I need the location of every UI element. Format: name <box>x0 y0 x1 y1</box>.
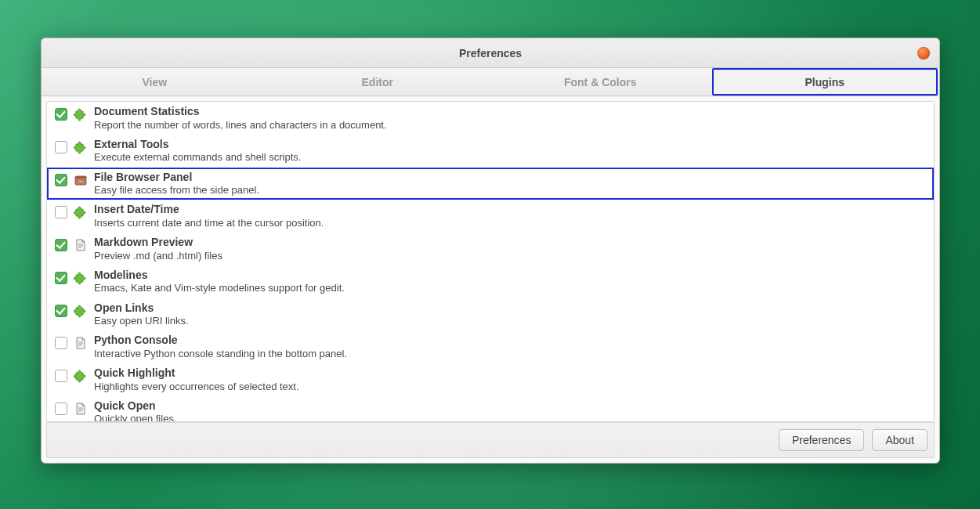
plugin-name: Quick Highlight <box>94 366 299 381</box>
plugin-pane: Document StatisticsReport the number of … <box>46 101 935 422</box>
puzzle-icon <box>74 107 88 121</box>
tab-label: View <box>142 76 167 88</box>
plugin-description: Inserts current date and time at the cur… <box>94 217 324 229</box>
plugin-text: Markdown PreviewPreview .md (and .html) … <box>94 236 222 262</box>
plugin-description: Report the number of words, lines and ch… <box>94 119 387 132</box>
plugin-description: Preview .md (and .html) files <box>94 250 222 262</box>
plugin-about-button[interactable]: About <box>872 429 928 451</box>
tab-bar: ViewEditorFont & ColorsPlugins <box>42 68 939 96</box>
plugin-name: Insert Date/Time <box>94 203 324 217</box>
plugin-description: Quickly open files. <box>94 413 177 421</box>
plugin-text: ModelinesEmacs, Kate and Vim-style model… <box>94 269 345 295</box>
plugin-text: Insert Date/TimeInserts current date and… <box>94 203 324 229</box>
document-icon <box>74 402 88 416</box>
document-icon <box>74 238 88 252</box>
svg-rect-1 <box>75 176 86 179</box>
plugin-text: Quick HighlightHighlights every occurren… <box>94 366 299 393</box>
plugin-name: Document Statistics <box>94 105 387 119</box>
plugin-row[interactable]: File Browser PanelEasy file access from … <box>47 168 934 200</box>
plugin-checkbox[interactable] <box>55 206 67 218</box>
plugin-name: Quick Open <box>94 399 177 413</box>
plugin-text: Document StatisticsReport the number of … <box>94 105 387 132</box>
plugin-row[interactable]: Markdown PreviewPreview .md (and .html) … <box>47 233 934 265</box>
window-title: Preferences <box>459 47 522 60</box>
plugin-row[interactable]: Document StatisticsReport the number of … <box>47 102 934 135</box>
document-icon <box>74 336 88 350</box>
puzzle-icon <box>74 140 88 154</box>
puzzle-icon <box>74 271 88 285</box>
plugin-name: Markdown Preview <box>94 236 222 250</box>
tab-view[interactable]: View <box>43 68 266 96</box>
plugin-row[interactable]: ModelinesEmacs, Kate and Vim-style model… <box>47 265 934 298</box>
plugin-text: Quick OpenQuickly open files. <box>94 399 177 421</box>
tab-plugins[interactable]: Plugins <box>712 68 938 96</box>
close-icon[interactable] <box>917 47 930 60</box>
plugin-description: Emacs, Kate and Vim-style modelines supp… <box>94 282 345 294</box>
content-area: Document StatisticsReport the number of … <box>42 96 939 463</box>
titlebar: Preferences <box>42 38 939 68</box>
plugin-row[interactable]: Insert Date/TimeInserts current date and… <box>47 200 934 233</box>
plugin-preferences-button[interactable]: Preferences <box>779 429 864 451</box>
puzzle-icon <box>74 369 88 383</box>
plugin-name: Open Links <box>94 301 189 316</box>
plugin-checkbox[interactable] <box>55 337 67 349</box>
plugin-checkbox[interactable] <box>55 272 67 284</box>
plugin-text: External ToolsExecute external commands … <box>94 138 301 164</box>
plugin-text: Python ConsoleInteractive Python console… <box>94 334 347 360</box>
puzzle-icon <box>74 205 88 219</box>
button-bar: Preferences About <box>46 422 935 458</box>
plugin-list[interactable]: Document StatisticsReport the number of … <box>47 102 934 421</box>
plugin-row[interactable]: Quick HighlightHighlights every occurren… <box>47 363 934 396</box>
plugin-name: Modelines <box>94 269 345 283</box>
plugin-checkbox[interactable] <box>55 141 67 153</box>
drawer-icon <box>74 173 88 187</box>
plugin-checkbox[interactable] <box>55 403 67 415</box>
puzzle-icon <box>74 304 88 318</box>
plugin-description: Highlights every occurrences of selected… <box>94 381 299 393</box>
plugin-checkbox[interactable] <box>55 305 67 317</box>
plugin-row[interactable]: Quick OpenQuickly open files. <box>47 396 934 421</box>
tab-label: Plugins <box>805 76 844 88</box>
plugin-row[interactable]: External ToolsExecute external commands … <box>47 135 934 168</box>
plugin-text: File Browser PanelEasy file access from … <box>94 171 259 197</box>
plugin-checkbox[interactable] <box>55 239 67 251</box>
plugin-description: Execute external commands and shell scri… <box>94 151 301 164</box>
plugin-name: Python Console <box>94 334 347 348</box>
plugin-row[interactable]: Open LinksEasy open URI links. <box>47 298 934 331</box>
svg-rect-2 <box>79 181 82 182</box>
tab-font-colors[interactable]: Font & Colors <box>489 68 712 96</box>
plugin-description: Interactive Python console standing in t… <box>94 348 347 360</box>
plugin-checkbox[interactable] <box>55 174 67 186</box>
plugin-description: Easy file access from the side panel. <box>94 184 259 197</box>
plugin-name: File Browser Panel <box>94 171 259 185</box>
plugin-text: Open LinksEasy open URI links. <box>94 301 189 328</box>
plugin-checkbox[interactable] <box>55 370 67 382</box>
tab-editor[interactable]: Editor <box>266 68 490 96</box>
plugin-row[interactable]: Python ConsoleInteractive Python console… <box>47 330 934 363</box>
preferences-window: Preferences ViewEditorFont & ColorsPlugi… <box>41 38 940 464</box>
plugin-name: External Tools <box>94 138 301 152</box>
tab-label: Editor <box>362 76 393 88</box>
tab-label: Font & Colors <box>564 76 637 88</box>
plugin-description: Easy open URI links. <box>94 315 189 327</box>
plugin-checkbox[interactable] <box>55 108 67 121</box>
